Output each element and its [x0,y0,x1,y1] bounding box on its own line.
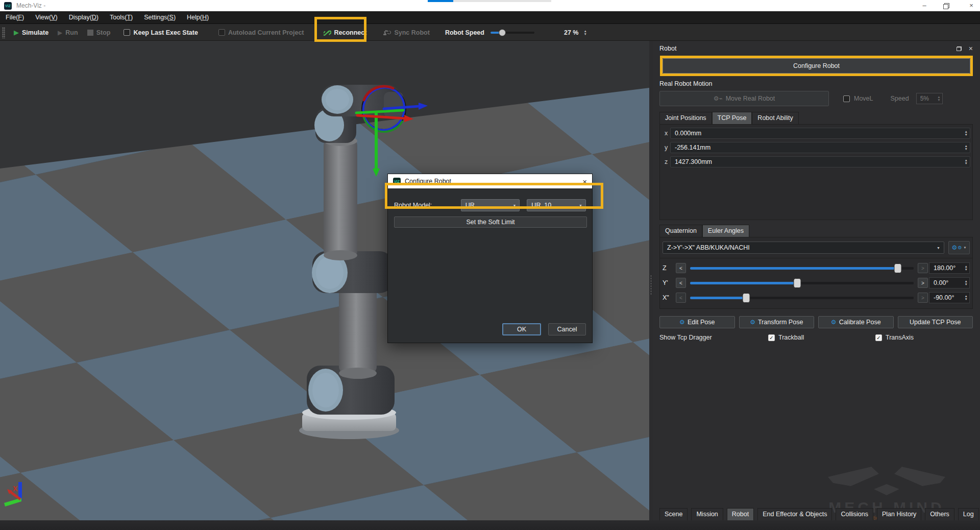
configure-robot-button[interactable]: Configure Robot [663,58,970,74]
move-real-robot-button[interactable]: ⚙⌁ Move Real Robot [659,91,829,106]
gear-icon: ⚙ [679,319,685,326]
svg-text:X: X [13,485,18,493]
euler-convention-row: Z->Y'->X" ABB/KUKA/NACHI ▼ ⚙ ⚙ ▼ [659,237,973,258]
tab-tcp-pose[interactable]: TCP Pose [712,112,752,124]
gear-icon: ⚙ [831,319,837,326]
edit-pose-button[interactable]: ⚙ Edit Pose [659,316,735,328]
tab-euler-angles[interactable]: Euler Angles [702,225,749,237]
sync-robot-icon [383,29,391,36]
restore-button[interactable] [943,3,952,8]
slider-knob[interactable] [499,29,506,36]
menu-view[interactable]: View(V) [30,11,63,24]
speed-spinner[interactable]: ▲▼ [583,30,586,36]
reconnect-button[interactable]: Reconnect [319,26,372,40]
gear-icon: ⚙ [952,244,958,251]
panel-bottom-tabs: Scene Mission Robot End Effector & Objec… [659,508,979,520]
set-soft-limit-button[interactable]: Set the Soft Limit [394,216,587,228]
slider-fill [690,282,797,284]
x-rot-label: X" [663,294,676,301]
real-speed-spinbox[interactable]: 5% ▲▼ [916,93,943,104]
slider-handle[interactable] [794,278,801,288]
tab-joint-positions[interactable]: Joint Positions [659,112,712,124]
x-increment-button[interactable]: > [918,293,928,303]
minimize-button[interactable]: – [920,0,929,11]
transform-pose-button[interactable]: ⚙ Transform Pose [739,316,815,328]
chevron-down-icon: ▼ [579,204,582,207]
euler-convention-dropdown[interactable]: Z->Y'->X" ABB/KUKA/NACHI ▼ [663,242,944,254]
z-rotation-slider[interactable] [690,267,914,270]
speed-label: Speed [891,95,909,102]
y-input[interactable]: -256.141mm ▲▼ [670,142,970,153]
dialog-title-bar: VIZ Configure Robot × [388,174,592,188]
movel-checkbox[interactable] [843,95,850,102]
z-input[interactable]: 1427.300mm ▲▼ [670,156,970,167]
float-panel-icon[interactable] [957,46,962,51]
link-icon [324,29,331,36]
simulate-button[interactable]: ▶ Simulate [9,26,53,40]
y-angle-spinbox[interactable]: 0.00° ▲▼ [929,277,970,288]
robot-brand-dropdown[interactable]: UR ▼ [461,199,520,211]
menu-tools[interactable]: Tools(T) [104,11,138,24]
x-decrement-button[interactable]: < [676,293,686,303]
app-logo-icon: VIZ [393,178,401,185]
trackball-checkbox[interactable]: ✓ [768,334,775,341]
calibrate-pose-button[interactable]: ⚙ Calibrate Pose [818,316,894,328]
robot-model-label: Robot Model: [394,202,454,209]
z-increment-button[interactable]: > [918,263,928,273]
slider-fill [690,297,746,299]
z-decrement-button[interactable]: < [676,263,686,273]
ok-button[interactable]: OK [502,323,541,335]
close-button[interactable]: × [967,0,976,11]
gear-icon: ⚙ [750,319,755,326]
y-increment-button[interactable]: > [918,278,928,288]
z-rot-label: Z [663,264,676,272]
x-angle-spinbox[interactable]: -90.00° ▲▼ [929,292,970,303]
toolbar-grip-handle[interactable] [2,27,5,38]
splitter-handle[interactable] [650,275,652,295]
run-button[interactable]: ▶ Run [53,26,83,40]
close-panel-icon[interactable]: × [969,44,973,53]
tab-plan-history[interactable]: Plan History [877,508,921,520]
checkbox-icon [124,29,130,36]
tab-others[interactable]: Others [925,508,954,520]
menu-help[interactable]: Help(H) [181,11,214,24]
x-rotation-slider[interactable] [690,297,914,299]
keep-last-exec-checkbox[interactable]: Keep Last Exec State [119,26,202,40]
robot-speed-slider[interactable] [491,32,534,34]
tab-collisions[interactable]: Collisions [836,508,873,520]
stop-icon [87,30,93,36]
slider-handle[interactable] [894,263,902,273]
slider-handle[interactable] [742,293,750,303]
stop-button[interactable]: Stop [83,26,115,40]
autoload-project-checkbox[interactable]: Autoload Current Project [214,26,309,40]
y-decrement-button[interactable]: < [676,278,686,288]
slider-fill [690,267,898,270]
tab-scene[interactable]: Scene [659,508,688,520]
tcp-pose-fields: x 0.000mm ▲▼ y -256.141mm ▲▼ z 1427.300m… [659,124,973,220]
mech-viz-window: VIZ Mech-Viz - – × File(F) View(V) Displ… [0,0,980,530]
menu-file[interactable]: File(F) [0,11,30,24]
dialog-close-button[interactable]: × [582,177,587,186]
menu-settings[interactable]: Settings(S) [138,11,181,24]
transaxis-label: TransAxis [886,334,914,341]
y-rotation-slider[interactable] [690,282,914,284]
tab-log[interactable]: Log [958,508,979,520]
tab-quaternion[interactable]: Quaternion [659,225,702,237]
robot-model-dropdown[interactable]: UR_10 ▼ [527,199,586,211]
tab-end-effector-objects[interactable]: End Effector & Objects [757,508,832,520]
z-angle-spinbox[interactable]: 180.00° ▲▼ [929,262,970,274]
menu-display[interactable]: Display(D) [63,11,104,24]
titlebar-progress-strip [428,0,551,2]
tab-mission[interactable]: Mission [691,508,723,520]
update-tcp-pose-button[interactable]: Update TCP Pose [898,316,973,328]
transaxis-checkbox[interactable]: ✓ [875,334,882,341]
tab-robot-ability[interactable]: Robot Ability [752,112,798,124]
x-input[interactable]: 0.000mm ▲▼ [670,128,970,139]
sync-robot-button[interactable]: Sync Robot [378,26,434,40]
panel-splitter[interactable] [649,41,653,530]
y-label: y [662,144,670,151]
cancel-button[interactable]: Cancel [548,323,586,335]
play-icon: ▶ [14,29,19,36]
tab-robot[interactable]: Robot [727,508,754,520]
euler-settings-button[interactable]: ⚙ ⚙ ▼ [948,241,970,254]
